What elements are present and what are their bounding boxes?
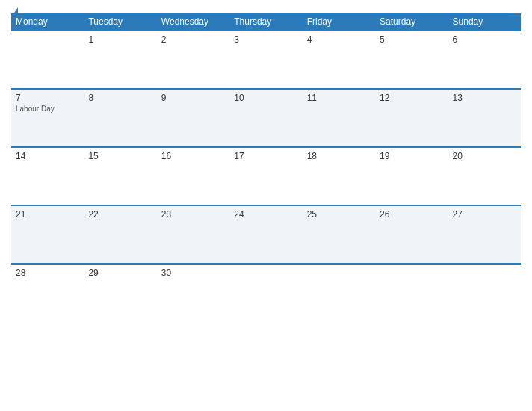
calendar-cell: 25 — [303, 206, 375, 264]
calendar-cell: 11 — [303, 89, 375, 147]
weekday-header-sunday: Sunday — [448, 13, 521, 31]
day-number: 25 — [307, 209, 371, 220]
day-number: 23 — [161, 209, 225, 220]
day-number: 7 — [16, 93, 79, 103]
calendar-cell: 15 — [84, 147, 156, 206]
logo-triangle-icon — [13, 7, 18, 15]
calendar-cell: 23 — [157, 206, 229, 264]
day-event: Labour Day — [16, 105, 79, 113]
day-number: 6 — [453, 34, 516, 45]
day-number: 9 — [161, 93, 225, 103]
calendar-cell: 13 — [448, 89, 521, 147]
day-number: 12 — [380, 93, 443, 103]
calendar-grid: MondayTuesdayWednesdayThursdayFridaySatu… — [11, 13, 521, 322]
calendar-cell: 9 — [157, 89, 229, 147]
day-number: 24 — [234, 209, 297, 220]
calendar-cell: 2 — [157, 31, 229, 89]
calendar-cell: 27 — [448, 206, 521, 264]
calendar-cell: 24 — [229, 206, 302, 264]
day-number: 26 — [380, 209, 443, 220]
calendar-cell: 8 — [84, 89, 156, 147]
calendar-cell: 21 — [11, 206, 84, 264]
calendar-cell: 22 — [84, 206, 156, 264]
calendar-cell: 5 — [375, 31, 448, 89]
calendar-cell — [375, 264, 448, 322]
day-number: 2 — [161, 34, 225, 45]
day-number: 30 — [161, 268, 225, 278]
calendar-cell: 12 — [375, 89, 448, 147]
day-number: 28 — [16, 268, 79, 278]
day-number: 13 — [453, 93, 516, 103]
day-number: 29 — [88, 268, 152, 278]
calendar-cell: 28 — [11, 264, 84, 322]
day-number: 8 — [88, 93, 152, 103]
calendar-cell: 6 — [448, 31, 521, 89]
weekday-header-thursday: Thursday — [229, 13, 302, 31]
calendar-cell: 1 — [84, 31, 156, 89]
week-row-5: 282930 — [11, 264, 521, 322]
calendar-cell: 20 — [448, 147, 521, 206]
calendar-cell: 3 — [229, 31, 302, 89]
calendar-cell: 19 — [375, 147, 448, 206]
logo — [11, 7, 18, 15]
calendar-cell — [11, 31, 84, 89]
day-number: 22 — [88, 209, 152, 220]
day-number: 16 — [161, 151, 225, 161]
calendar-cell — [229, 264, 302, 322]
calendar-cell: 26 — [375, 206, 448, 264]
weekday-header-friday: Friday — [303, 13, 375, 31]
day-number: 14 — [16, 151, 79, 161]
weekday-header-tuesday: Tuesday — [84, 13, 156, 31]
week-row-3: 14151617181920 — [11, 147, 521, 206]
calendar-cell: 14 — [11, 147, 84, 206]
calendar-cell: 17 — [229, 147, 302, 206]
calendar-cell — [448, 264, 521, 322]
weekday-header-wednesday: Wednesday — [157, 13, 229, 31]
day-number: 10 — [234, 93, 297, 103]
day-number: 21 — [16, 209, 79, 220]
day-number: 11 — [307, 93, 371, 103]
day-number: 3 — [234, 34, 297, 45]
calendar-cell: 16 — [157, 147, 229, 206]
calendar-cell: 18 — [303, 147, 375, 206]
day-number: 27 — [453, 209, 516, 220]
calendar-cell: 30 — [157, 264, 229, 322]
calendar-cell: 29 — [84, 264, 156, 322]
day-number: 15 — [88, 151, 152, 161]
week-row-4: 21222324252627 — [11, 206, 521, 264]
week-row-1: 123456 — [11, 31, 521, 89]
weekday-header-row: MondayTuesdayWednesdayThursdayFridaySatu… — [11, 13, 521, 31]
day-number: 18 — [307, 151, 371, 161]
week-row-2: 7Labour Day8910111213 — [11, 89, 521, 147]
day-number: 20 — [453, 151, 516, 161]
calendar-cell — [303, 264, 375, 322]
day-number: 17 — [234, 151, 297, 161]
day-number: 19 — [380, 151, 443, 161]
calendar-container: MondayTuesdayWednesdayThursdayFridaySatu… — [0, 0, 532, 411]
weekday-header-saturday: Saturday — [375, 13, 448, 31]
calendar-cell: 7Labour Day — [11, 89, 84, 147]
calendar-cell: 10 — [229, 89, 302, 147]
weekday-header-monday: Monday — [11, 13, 84, 31]
calendar-cell: 4 — [303, 31, 375, 89]
day-number: 1 — [88, 34, 152, 45]
day-number: 4 — [307, 34, 371, 45]
day-number: 5 — [380, 34, 443, 45]
